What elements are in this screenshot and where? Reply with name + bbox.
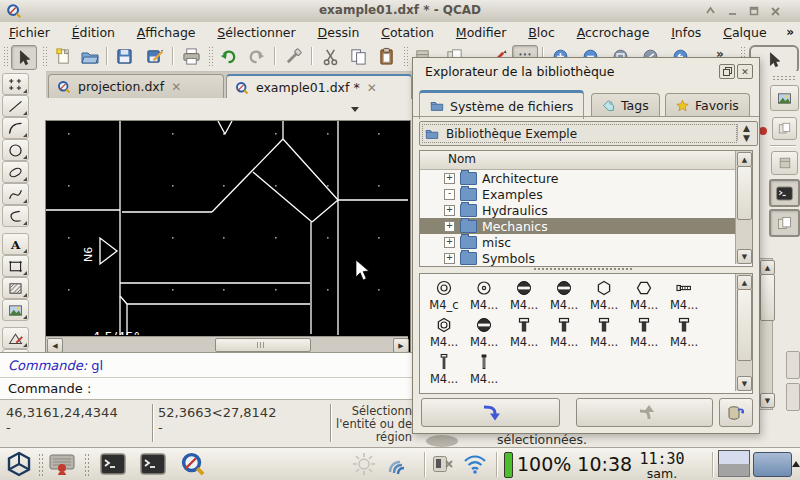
dialog-float-button[interactable] [719, 64, 735, 79]
tree-item-examples[interactable]: - Examples [420, 186, 735, 202]
scroll-down-arrow[interactable]: ▼ [737, 376, 752, 391]
app-launcher-cube-icon[interactable] [6, 451, 32, 477]
menu-bloc[interactable]: Bloc [519, 22, 564, 42]
part-item[interactable]: M4... [584, 316, 624, 349]
command-input[interactable]: Commande : [8, 381, 91, 396]
tree-item-misc[interactable]: + misc [420, 234, 735, 250]
drawing-canvas[interactable]: N6 4,5/45° ◀ ▶ [45, 120, 411, 354]
layer-list-toggle-button[interactable] [769, 209, 800, 237]
tree-item-symbols[interactable]: + Symbols [420, 250, 735, 266]
polyline-tool[interactable] [2, 205, 29, 227]
part-item[interactable]: M4_c [424, 279, 464, 312]
device-settings-icon[interactable] [432, 454, 454, 474]
menu-edition[interactable]: Édition [63, 22, 124, 42]
hardware-manager-icon[interactable] [48, 451, 76, 477]
dialog-tab-favorites[interactable]: Favoris [665, 93, 750, 117]
dock-handle[interactable] [772, 75, 796, 80]
select-tool-button[interactable] [11, 45, 37, 70]
spline-tool[interactable] [2, 183, 29, 205]
new-file-button[interactable] [51, 45, 75, 68]
expander-icon[interactable]: + [444, 237, 455, 248]
part-item[interactable]: M4... [624, 316, 664, 349]
viewport-tool[interactable] [2, 255, 29, 277]
menu-selectionner[interactable]: Sélectionner [208, 22, 304, 42]
menu-infos[interactable]: Infos [662, 22, 710, 42]
shade-button[interactable] [703, 4, 718, 18]
menu-calque[interactable]: Calque [714, 22, 775, 42]
desktop-pager-workspace-1[interactable] [718, 450, 750, 465]
tree-header[interactable]: Nom [420, 151, 753, 170]
tree-item-hydraulics[interactable]: + Hydraulics [420, 202, 735, 218]
ellipse-tool[interactable] [2, 161, 29, 183]
part-item[interactable]: M4... [624, 279, 664, 312]
scroll-down-arrow[interactable]: ▼ [760, 393, 775, 408]
paste-button[interactable] [374, 45, 398, 68]
scroll-up-arrow[interactable]: ▲ [760, 260, 775, 275]
vscroll-thumb[interactable] [737, 166, 752, 220]
tab-projection[interactable]: projection.dxf ✕ [48, 74, 224, 98]
part-item[interactable]: M4... [584, 279, 624, 312]
terminal-launcher-icon-2[interactable] [140, 452, 166, 476]
dimension-tool[interactable] [2, 327, 29, 349]
copy-button[interactable] [346, 45, 370, 68]
dialog-tab-filesystem[interactable]: Système de fichiers [419, 90, 584, 119]
expander-icon[interactable]: + [444, 221, 455, 232]
scroll-right-arrow[interactable]: ▶ [393, 338, 409, 353]
tree-item-architecture[interactable]: + Architecture [420, 170, 735, 186]
line-tool[interactable] [2, 95, 29, 117]
view-menu-arrow[interactable] [351, 107, 359, 112]
part-item[interactable]: M4... [424, 316, 464, 349]
toolbar-handle[interactable] [208, 46, 213, 67]
panel-vscrollbar[interactable]: ▲ ▼ [758, 258, 773, 410]
scroll-up-arrow[interactable]: ▲ [737, 275, 752, 290]
redo-button[interactable] [244, 45, 268, 68]
tab-close-icon[interactable]: ✕ [367, 81, 377, 95]
terminal-launcher-icon[interactable] [100, 452, 126, 476]
brightness-icon[interactable] [352, 452, 376, 476]
taskbar-clock[interactable]: 11:30 sam. 06/07/2013 [612, 450, 712, 480]
save-button[interactable] [112, 45, 136, 68]
window-titlebar[interactable]: example01.dxf * - QCAD [0, 0, 800, 23]
arc-tool[interactable] [2, 117, 29, 139]
dialog-tab-tags[interactable]: Tags [591, 93, 660, 117]
expander-icon[interactable]: - [444, 189, 455, 200]
image-tool[interactable] [2, 299, 29, 321]
expander-icon[interactable]: + [444, 253, 455, 264]
part-item[interactable]: M4... [544, 279, 584, 312]
tree-item-mechanics[interactable]: + Mechanics [420, 218, 735, 234]
toolbar-handle[interactable] [3, 46, 8, 67]
toolbar-handle[interactable] [403, 46, 408, 67]
menu-affichage[interactable]: Affichage [128, 22, 205, 42]
menu-accrochage[interactable]: Accrochage [568, 22, 659, 42]
hscroll-thumb[interactable] [215, 338, 311, 352]
property-editor-button[interactable] [770, 85, 799, 111]
desktop-pager-workspace-2[interactable] [718, 464, 750, 477]
tree-vscrollbar[interactable]: ▲ ▼ [735, 151, 752, 264]
open-file-button[interactable] [78, 45, 102, 68]
minimized-window-button[interactable] [753, 452, 792, 477]
hatch-tool[interactable] [2, 277, 29, 299]
expander-icon[interactable]: + [444, 205, 455, 216]
partial-panel-button[interactable] [786, 383, 800, 411]
scroll-down-arrow[interactable]: ▼ [737, 249, 752, 264]
part-item[interactable]: M4... [544, 316, 584, 349]
block-list-button[interactable] [771, 151, 798, 175]
maximize-button[interactable] [747, 4, 762, 18]
wifi-icon[interactable] [462, 453, 488, 475]
menu-fichier[interactable]: Fichier [0, 22, 59, 42]
partial-panel-button[interactable] [786, 351, 800, 379]
part-item[interactable]: M4... [464, 316, 504, 349]
vscroll-thumb[interactable] [737, 289, 752, 361]
menu-dessin[interactable]: Dessin [309, 22, 369, 42]
taskbar-expand-arrow[interactable] [792, 461, 800, 467]
part-item[interactable]: M4... [464, 279, 504, 312]
expander-icon[interactable]: + [444, 173, 455, 184]
canvas-hscrollbar[interactable]: ◀ ▶ [46, 336, 408, 352]
part-item[interactable]: M4... [464, 353, 504, 386]
close-button[interactable] [768, 4, 783, 18]
combo-spinner[interactable]: ▲▼ [737, 124, 755, 141]
tab-example01[interactable]: example01.dxf * ✕ [226, 74, 412, 99]
library-browser-button[interactable] [772, 117, 797, 140]
cut-button[interactable] [318, 45, 342, 68]
minimize-button[interactable] [725, 4, 740, 18]
